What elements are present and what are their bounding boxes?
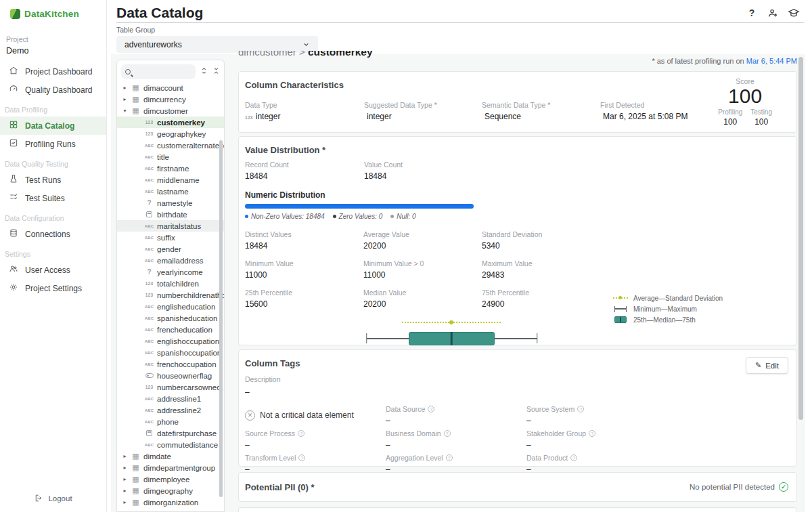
tag-field: Aggregation Level? –: [386, 454, 526, 474]
tree-item[interactable]: namestyle: [117, 197, 224, 209]
tree-item[interactable]: emailaddress: [117, 255, 224, 266]
sidebar-item-quality-dashboard[interactable]: Quality Dashboard: [0, 81, 106, 99]
breadcrumb-separator: >: [299, 51, 305, 58]
card-title: Column Tags: [245, 358, 790, 368]
breadcrumb-table[interactable]: dimcustomer: [238, 51, 296, 58]
type-icon: [146, 211, 152, 217]
tree-item[interactable]: firstname: [117, 163, 224, 174]
tree-item[interactable]: datefirstpurchase: [117, 427, 224, 439]
tree-item[interactable]: dimcustomer: [117, 105, 224, 116]
tree-item[interactable]: englisheducation: [117, 301, 224, 312]
tree-item-label: addressline1: [157, 395, 201, 403]
distribution-legend-item: Non-Zero Values: 18484: [245, 213, 325, 220]
characteristic-field: Data Type integer: [245, 101, 364, 121]
info-icon[interactable]: ?: [570, 454, 577, 461]
tree-item[interactable]: englishoccupation: [117, 335, 224, 347]
tree-item[interactable]: title: [117, 151, 224, 163]
tree-item[interactable]: addressline2: [117, 404, 224, 416]
info-icon[interactable]: ?: [298, 430, 304, 437]
tree-item[interactable]: dimorganization: [117, 496, 224, 508]
test-tube-icon: [9, 174, 18, 186]
profiling-run-link[interactable]: Mar 6, 5:44 PM: [746, 57, 797, 65]
tree-item-label: geographykey: [157, 130, 206, 138]
tree-item[interactable]: maritalstatus: [117, 220, 224, 232]
tree-item[interactable]: gender: [117, 243, 224, 255]
tree-item[interactable]: frencheducation: [117, 324, 224, 335]
tree-item[interactable]: commutedistance: [117, 439, 224, 450]
info-icon[interactable]: ?: [428, 406, 434, 412]
edit-button[interactable]: ✎ Edit: [746, 357, 788, 374]
education-icon[interactable]: [788, 7, 800, 19]
tree-search-input[interactable]: [134, 68, 191, 76]
section-settings: Settings: [0, 243, 106, 261]
expander-icon[interactable]: [122, 476, 128, 482]
tree-item[interactable]: dimemployee: [117, 473, 224, 485]
tree-item[interactable]: frenchoccupation: [117, 358, 224, 370]
expander-icon[interactable]: [122, 488, 128, 494]
tree-item-label: spanishoccupation: [157, 349, 221, 357]
tree-item[interactable]: dimcurrency: [117, 93, 224, 105]
tag-field: Data Product? –: [526, 454, 790, 474]
sidebar-item-profiling-runs[interactable]: Profiling Runs: [0, 135, 106, 153]
info-icon[interactable]: ?: [589, 430, 595, 437]
collapse-rows-icon[interactable]: [212, 66, 220, 78]
expander-icon[interactable]: [122, 499, 128, 505]
tree-item[interactable]: totalchildren: [117, 278, 224, 289]
tree-item[interactable]: lastname: [117, 186, 224, 197]
tree-item[interactable]: houseownerflag: [117, 370, 224, 381]
tree-item[interactable]: spanisheducation: [117, 312, 224, 324]
stat-field: Minimum Value > 0 11000: [363, 259, 482, 280]
tree-item[interactable]: spanishoccupation: [117, 347, 224, 358]
tree-item[interactable]: dimaccount: [117, 82, 224, 93]
tree-item[interactable]: dimdate: [117, 450, 224, 462]
tree-item[interactable]: dimgeography: [117, 485, 224, 496]
tree-item[interactable]: birthdate: [117, 209, 224, 220]
type-icon: [146, 430, 152, 436]
expander-icon[interactable]: [122, 453, 128, 459]
expander-icon[interactable]: [122, 108, 128, 114]
main-scrollbar[interactable]: [798, 57, 803, 420]
tree-item[interactable]: numberchildrenathome: [117, 289, 224, 301]
tree-item[interactable]: dimdepartmentgroup: [117, 462, 224, 473]
expander-icon[interactable]: [122, 465, 128, 471]
type-icon: [131, 463, 141, 472]
info-icon[interactable]: ?: [298, 454, 305, 461]
legend-box-icon: [614, 316, 627, 323]
sidebar-item-connections[interactable]: Connections: [0, 225, 106, 243]
sidebar-item-data-catalog[interactable]: Data Catalog: [0, 116, 106, 135]
boxplot-average-dot: [449, 320, 453, 324]
description-label: Description: [245, 375, 790, 383]
tree-vertical-scrollbar[interactable]: [219, 140, 223, 497]
expander-icon[interactable]: [122, 85, 128, 91]
sidebar-item-test-suites[interactable]: Test Suites: [0, 189, 106, 207]
distribution-legend-item: Zero Values: 0: [333, 213, 383, 220]
tree-item[interactable]: middlename: [117, 174, 224, 186]
expand-rows-icon[interactable]: [200, 66, 208, 78]
tree-item-label: dimcurrency: [143, 95, 186, 104]
score-value: 100: [718, 85, 772, 107]
sidebar-item-project-settings[interactable]: Project Settings: [0, 279, 106, 297]
help-icon[interactable]: ?: [746, 7, 758, 19]
tree-item[interactable]: yearlyincome: [117, 266, 224, 278]
section-data-quality-testing: Data Quality Testing: [0, 153, 106, 171]
tree-item[interactable]: customerkey: [117, 116, 224, 128]
logout-button[interactable]: Logout: [0, 490, 106, 507]
expander-icon[interactable]: [122, 96, 128, 102]
tree-item[interactable]: geographykey: [117, 128, 224, 140]
info-icon[interactable]: ?: [577, 406, 584, 412]
sidebar-item-test-runs[interactable]: Test Runs: [0, 171, 106, 189]
type-icon: [144, 268, 154, 276]
count-field: Record Count 18484: [245, 161, 364, 181]
tree-search[interactable]: [121, 64, 196, 79]
tag-field: Source System? –: [526, 405, 790, 425]
sidebar-item-user-access[interactable]: User Access: [0, 261, 106, 279]
tree-item[interactable]: customeralternatekey: [117, 140, 224, 151]
info-icon[interactable]: ?: [444, 430, 451, 437]
tree-item[interactable]: numbercarsowned: [117, 381, 224, 393]
tree-item[interactable]: phone: [117, 416, 224, 427]
tree-item[interactable]: suffix: [117, 232, 224, 243]
info-icon[interactable]: ?: [446, 454, 453, 461]
admin-users-icon[interactable]: [767, 7, 779, 19]
sidebar-item-project-dashboard[interactable]: Project Dashboard: [0, 62, 106, 81]
tree-item[interactable]: addressline1: [117, 393, 224, 404]
